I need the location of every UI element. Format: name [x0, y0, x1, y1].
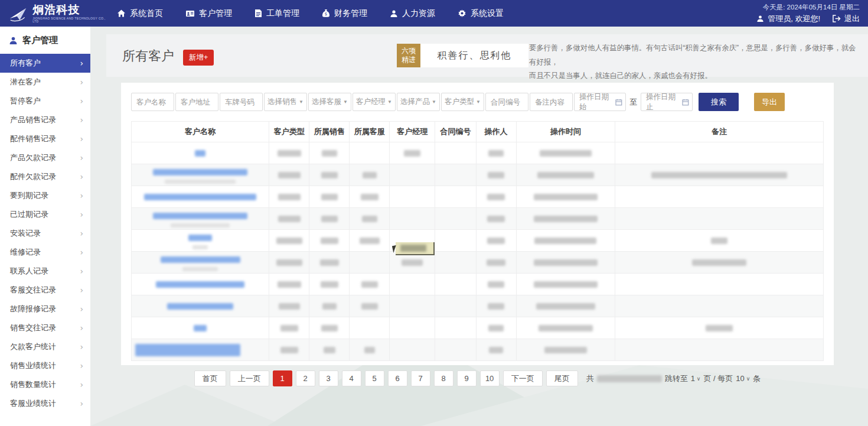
page-button-4[interactable]: 4 — [342, 370, 361, 386]
redacted-link[interactable] — [144, 194, 256, 200]
sidebar-item-11[interactable]: 联系人记录› — [0, 262, 90, 281]
sidebar-item-1[interactable]: 潜在客户› — [0, 73, 90, 92]
page-button-7[interactable]: 7 — [411, 370, 430, 386]
sidebar-item-6[interactable]: 配件欠款记录› — [0, 167, 90, 186]
page-button-5[interactable]: 5 — [365, 370, 384, 386]
brand[interactable]: 炯浩科技 JIONGHAO SCIENCE AND TECHNOLOGY CO.… — [0, 4, 106, 23]
sidebar-item-16[interactable]: 销售业绩统计› — [0, 356, 90, 375]
last-page-button[interactable]: 尾页 — [546, 370, 578, 386]
table-row — [132, 295, 824, 317]
sidebar-item-15[interactable]: 欠款客户统计› — [0, 337, 90, 356]
sidebar-item-2[interactable]: 暂停客户› — [0, 92, 90, 110]
logout-button[interactable]: 退出 — [844, 14, 860, 24]
page-button-10[interactable]: 10 — [480, 370, 500, 386]
redacted-text — [321, 325, 338, 331]
table-row — [132, 317, 824, 339]
redacted-link[interactable] — [161, 256, 240, 263]
cell — [390, 186, 435, 208]
nav-item-person[interactable]: 人力资源 — [390, 8, 435, 19]
prev-page-button[interactable]: 上一页 — [230, 370, 269, 386]
cell — [350, 164, 390, 186]
nav-item-gear[interactable]: 系统设置 — [458, 8, 504, 19]
date-end-picker[interactable]: 操作日期止 — [641, 93, 693, 111]
sidebar-item-9[interactable]: 安装记录› — [0, 224, 90, 243]
redacted-text — [321, 281, 338, 288]
redacted-text — [534, 238, 596, 244]
sidebar-item-label: 欠款客户统计 — [10, 342, 56, 352]
jump-page-select[interactable]: 1∨ — [691, 374, 701, 383]
customer-address-input[interactable] — [175, 93, 218, 111]
redacted-link[interactable] — [194, 325, 207, 331]
sidebar-item-label: 维修记录 — [10, 247, 41, 258]
logout-icon[interactable] — [832, 15, 841, 22]
filter-bar: 选择销售▼ 选择客服▼ 客户经理▼ 选择产品▼ 客户类型▼ 操作日期始 至 操作… — [121, 83, 834, 111]
remark-input[interactable] — [530, 93, 573, 111]
next-page-button[interactable]: 下一页 — [503, 370, 543, 386]
sidebar-item-7[interactable]: 要到期记录› — [0, 186, 90, 205]
sidebar-item-12[interactable]: 客服交往记录› — [0, 281, 90, 300]
nav-item-money[interactable]: $财务管理 — [322, 8, 367, 19]
redacted-link[interactable] — [167, 303, 233, 310]
manager-select[interactable]: 客户经理▼ — [353, 93, 396, 111]
cell — [309, 252, 350, 274]
column-header: 所属销售 — [309, 122, 350, 142]
sidebar-item-label: 销售数量统计 — [10, 379, 56, 390]
page-button-3[interactable]: 3 — [319, 370, 338, 386]
plate-number-input[interactable] — [220, 93, 263, 111]
page-button-2[interactable]: 2 — [296, 370, 315, 386]
page-button-6[interactable]: 6 — [388, 370, 407, 386]
redacted-text — [278, 172, 301, 178]
service-select[interactable]: 选择客服▼ — [308, 93, 351, 111]
sidebar-item-13[interactable]: 故障报修记录› — [0, 300, 90, 318]
per-page-select[interactable]: 10∨ — [736, 374, 750, 383]
cell — [309, 208, 350, 230]
redacted-link[interactable] — [156, 281, 244, 288]
first-page-button[interactable]: 首页 — [194, 370, 226, 386]
nav-item-home[interactable]: 系统首页 — [117, 8, 163, 19]
add-customer-button[interactable]: 新增+ — [183, 50, 214, 66]
chevron-down-icon: ∨ — [746, 376, 750, 382]
column-header: 客户类型 — [269, 122, 309, 142]
sidebar-item-10[interactable]: 维修记录› — [0, 243, 90, 262]
sidebar-item-5[interactable]: 产品欠款记录› — [0, 148, 90, 167]
date-start-picker[interactable]: 操作日期始 — [574, 93, 626, 111]
redacted-text — [488, 150, 504, 157]
cell — [350, 317, 390, 339]
page-button-9[interactable]: 9 — [457, 370, 477, 386]
redacted-text — [488, 172, 504, 178]
redacted-link[interactable] — [188, 235, 212, 241]
sidebar-item-18[interactable]: 客服业绩统计› — [0, 394, 90, 413]
page-button-1[interactable]: 1 — [273, 370, 292, 386]
nav-item-idcard[interactable]: 客户管理 — [185, 8, 232, 19]
main-nav: 系统首页客户管理工单管理$财务管理人力资源系统设置 — [117, 8, 504, 19]
page-unit-label: 页 / 每页 — [703, 373, 733, 384]
cell — [309, 186, 350, 208]
sidebar-item-0[interactable]: 所有客户› — [0, 54, 90, 73]
search-button[interactable]: 搜索 — [699, 93, 739, 111]
sidebar-item-label: 安装记录 — [10, 228, 41, 239]
sidebar-item-8[interactable]: 已过期记录› — [0, 205, 90, 224]
sidebar-item-label: 已过期记录 — [10, 209, 48, 220]
redacted-link[interactable] — [135, 344, 240, 356]
nav-item-doc[interactable]: 工单管理 — [254, 8, 299, 19]
sidebar-item-14[interactable]: 销售交往记录› — [0, 318, 90, 337]
cell — [132, 339, 269, 361]
page-button-8[interactable]: 8 — [434, 370, 453, 386]
sidebar-item-4[interactable]: 配件销售记录› — [0, 129, 90, 148]
redacted-link[interactable] — [195, 150, 205, 157]
customer-type-select[interactable]: 客户类型▼ — [441, 93, 484, 111]
redacted-link[interactable] — [153, 169, 247, 175]
sales-select[interactable]: 选择销售▼ — [264, 93, 307, 111]
cell — [269, 164, 309, 186]
customer-name-input[interactable] — [131, 93, 174, 111]
redacted-link[interactable] — [153, 213, 247, 219]
chevron-right-icon: › — [80, 58, 83, 68]
sidebar-item-label: 所有客户 — [10, 58, 41, 69]
contract-number-input[interactable] — [485, 93, 528, 111]
sidebar-item-3[interactable]: 产品销售记录› — [0, 110, 90, 129]
sidebar-item-17[interactable]: 销售数量统计› — [0, 375, 90, 394]
column-header: 操作人 — [476, 122, 516, 142]
product-select[interactable]: 选择产品▼ — [397, 93, 440, 111]
chevron-right-icon: › — [80, 304, 83, 314]
export-button[interactable]: 导出 — [754, 93, 785, 111]
